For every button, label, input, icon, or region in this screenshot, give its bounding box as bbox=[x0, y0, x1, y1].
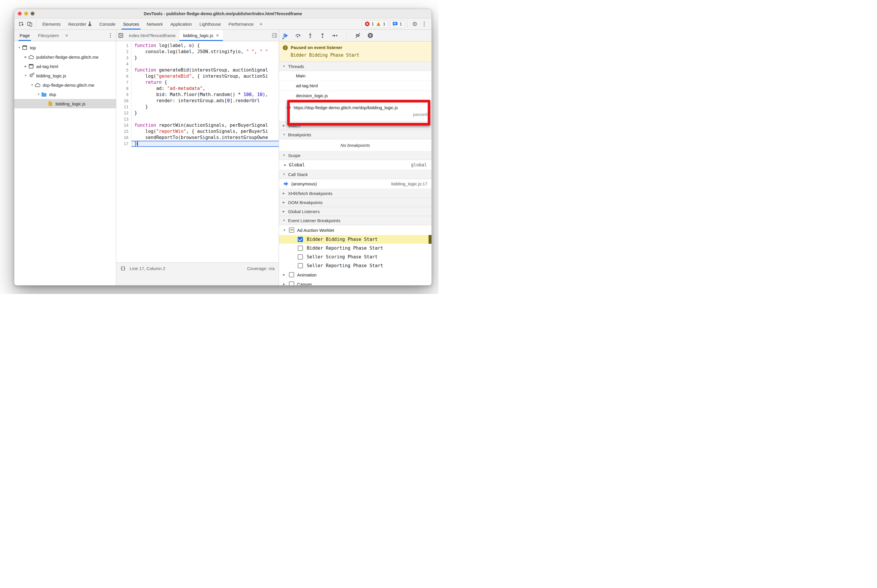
close-window-button[interactable] bbox=[18, 12, 22, 15]
code-line[interactable]: 12} bbox=[116, 110, 279, 116]
close-tab-icon[interactable]: ✕ bbox=[216, 33, 219, 38]
code-line[interactable]: 9 bid: Math.floor(Math.random() * 100, 1… bbox=[116, 92, 279, 98]
tree-item[interactable]: bidding_logic.js bbox=[14, 99, 116, 108]
debugger-toolbar bbox=[279, 30, 432, 42]
step-over-icon[interactable] bbox=[295, 32, 301, 39]
code-line[interactable]: 13 bbox=[116, 116, 279, 122]
section-global-listeners[interactable]: ▶ Global Listeners bbox=[279, 207, 432, 216]
code-line[interactable]: 1function log(label, o) { bbox=[116, 43, 279, 49]
tab-performance[interactable]: Performance bbox=[225, 18, 257, 30]
code-area[interactable]: 1function log(label, o) {2 console.log(l… bbox=[116, 41, 279, 262]
tab-network[interactable]: Network bbox=[143, 18, 167, 30]
code-line[interactable]: 14function reportWin(auctionSignals, per… bbox=[116, 122, 279, 129]
token: } bbox=[134, 104, 148, 110]
chevron-down-icon[interactable]: ▼ bbox=[30, 84, 35, 86]
checkbox-unchecked[interactable] bbox=[289, 282, 294, 285]
device-toolbar-icon[interactable] bbox=[26, 20, 34, 28]
section-event-listener-breakpoints[interactable]: ▼ Event Listener Breakpoints bbox=[279, 216, 432, 225]
code-line[interactable]: 16 sendReportTo(browserSignals.interestG… bbox=[116, 135, 279, 141]
tab-elements[interactable]: Elements bbox=[39, 18, 65, 30]
code-line[interactable]: 15 log("reportWin", { auctionSignals, pe… bbox=[116, 129, 279, 135]
zoom-window-button[interactable] bbox=[31, 12, 35, 15]
more-options-kebab-icon[interactable]: ⋮ bbox=[420, 21, 429, 27]
scope-row[interactable]: ▶Globalglobal bbox=[279, 160, 432, 170]
step-icon[interactable] bbox=[332, 32, 338, 39]
chevron-down-icon[interactable]: ▼ bbox=[23, 74, 29, 77]
checkbox-unchecked[interactable] bbox=[298, 246, 303, 251]
tree-item[interactable]: ▶ad-tag.html bbox=[14, 62, 116, 71]
code-line[interactable]: 10 render: interestGroup.ads[0].renderUr… bbox=[116, 98, 279, 104]
section-watch[interactable]: ▶ Watch bbox=[279, 121, 432, 130]
elb-group-ad-auction-worklet[interactable]: ▼ Ad Auction Worklet bbox=[279, 225, 432, 235]
pause-on-exceptions-icon[interactable] bbox=[367, 32, 373, 39]
elb-item[interactable]: Bidder Reporting Phase Start bbox=[279, 244, 432, 252]
step-into-icon[interactable] bbox=[307, 32, 313, 39]
code-line[interactable]: 2 console.log(label, JSON.stringify(o, "… bbox=[116, 49, 279, 55]
elb-item[interactable]: Seller Reporting Phase Start bbox=[279, 261, 432, 270]
code-line[interactable]: 8 ad: "ad-metadata", bbox=[116, 86, 279, 92]
settings-gear-icon[interactable]: ⚙ bbox=[410, 21, 420, 27]
section-threads[interactable]: ▼ Threads bbox=[279, 62, 432, 71]
minimize-window-button[interactable] bbox=[24, 12, 28, 15]
elb-category-animation[interactable]: ▶Animation bbox=[279, 270, 432, 279]
more-tabs-chevron[interactable]: » bbox=[257, 21, 265, 27]
chevron-down-icon[interactable]: ▼ bbox=[36, 93, 41, 96]
section-breakpoints[interactable]: ▼ Breakpoints bbox=[279, 130, 432, 139]
thread-row-paused[interactable]: https://dsp-fledge-demo.glitch.me/dsp/bi… bbox=[279, 101, 432, 121]
chevron-right-icon[interactable]: ▶ bbox=[23, 56, 29, 58]
tree-item[interactable]: ▶publisher-fledge-demo.glitch.me bbox=[14, 52, 116, 62]
elb-item[interactable]: Bidder Bidding Phase Start bbox=[279, 235, 432, 244]
navigator-more-tabs-chevron[interactable]: » bbox=[63, 33, 71, 38]
step-out-icon[interactable] bbox=[319, 32, 326, 39]
checkbox-unchecked[interactable] bbox=[289, 272, 294, 278]
code-line[interactable]: 3} bbox=[116, 55, 279, 61]
hide-navigator-icon[interactable] bbox=[116, 30, 125, 41]
inspect-icon[interactable] bbox=[17, 20, 26, 28]
tree-item[interactable]: ▼dsp bbox=[14, 90, 116, 99]
code-line[interactable]: 11 } bbox=[116, 104, 279, 110]
tree-item[interactable]: ▼⚙⚙bidding_logic.js bbox=[14, 71, 116, 80]
tab-sources[interactable]: Sources bbox=[119, 18, 143, 30]
section-scope[interactable]: ▼ Scope bbox=[279, 151, 432, 160]
ad-auction-worklet-checkbox[interactable] bbox=[289, 227, 294, 233]
section-xhr-breakpoints[interactable]: ▶ XHR/fetch Breakpoints bbox=[279, 189, 432, 198]
tab-application[interactable]: Application bbox=[167, 18, 196, 30]
elb-category-canvas[interactable]: ▶Canvas bbox=[279, 279, 432, 285]
editor-tab-bidding-logic-js[interactable]: bidding_logic.js✕ bbox=[179, 30, 223, 41]
deactivate-breakpoints-icon[interactable] bbox=[355, 32, 361, 39]
messages-badge[interactable]: 1 bbox=[390, 20, 405, 28]
code-line[interactable]: 5function generateBid(interestGroup, auc… bbox=[116, 67, 279, 73]
tree-item[interactable]: ▼top bbox=[14, 43, 116, 52]
chevron-right-icon[interactable]: ▶ bbox=[23, 65, 29, 68]
section-call-stack[interactable]: ▼ Call Stack bbox=[279, 170, 432, 179]
thread-row[interactable]: Main bbox=[279, 71, 432, 81]
tab-filesystem[interactable]: Filesystem bbox=[34, 30, 63, 41]
tab-label: Recorder bbox=[68, 22, 86, 27]
pretty-print-icon[interactable]: {} bbox=[120, 266, 126, 271]
chevron-down-icon[interactable]: ▼ bbox=[17, 46, 22, 49]
resume-script-icon[interactable] bbox=[283, 32, 289, 39]
token: , bbox=[251, 92, 257, 97]
next-editor-icon[interactable] bbox=[270, 30, 279, 41]
editor-tab-index-html-fencedframe[interactable]: index.html?fencedframe bbox=[125, 30, 179, 41]
elb-item[interactable]: Seller Scoring Phase Start bbox=[279, 252, 432, 261]
code-line[interactable]: 6 log("generateBid", { interestGroup, au… bbox=[116, 73, 279, 80]
navigator-kebab-icon[interactable]: ⋮ bbox=[106, 32, 115, 39]
code-line[interactable]: 4 bbox=[116, 61, 279, 67]
code-line[interactable]: 17} bbox=[116, 141, 279, 147]
console-issues-badge[interactable]: ✕ 1 1 bbox=[362, 20, 388, 28]
tab-label: Performance bbox=[229, 22, 254, 27]
code-line[interactable]: 7 return { bbox=[116, 80, 279, 86]
section-dom-breakpoints[interactable]: ▶ DOM Breakpoints bbox=[279, 198, 432, 207]
tab-lighthouse[interactable]: Lighthouse bbox=[196, 18, 225, 30]
checkbox-checked[interactable] bbox=[298, 237, 303, 242]
checkbox-unchecked[interactable] bbox=[298, 254, 303, 260]
tab-page[interactable]: Page bbox=[15, 30, 34, 41]
thread-row[interactable]: ad-tag.html bbox=[279, 81, 432, 91]
tree-item[interactable]: ▼dsp-fledge-demo.glitch.me bbox=[14, 80, 116, 90]
tab-recorder[interactable]: Recorder bbox=[65, 18, 96, 30]
tab-console[interactable]: Console bbox=[96, 18, 119, 30]
callstack-frame[interactable]: (anonymous)bidding_logic.js:17 bbox=[279, 179, 432, 189]
thread-row[interactable]: decision_logic.js bbox=[279, 91, 432, 101]
checkbox-unchecked[interactable] bbox=[298, 263, 303, 268]
